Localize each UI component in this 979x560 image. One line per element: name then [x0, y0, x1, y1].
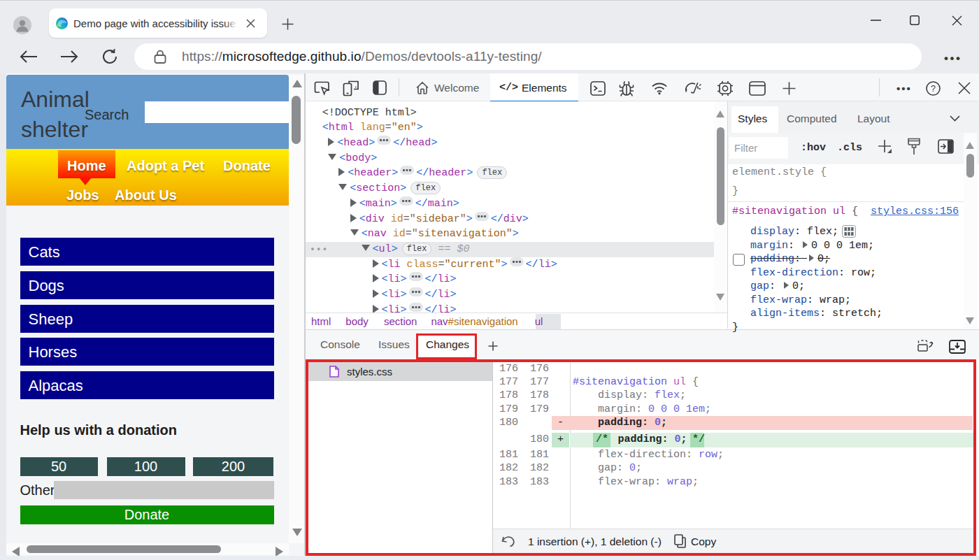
svg-text:?: ?: [931, 84, 936, 94]
